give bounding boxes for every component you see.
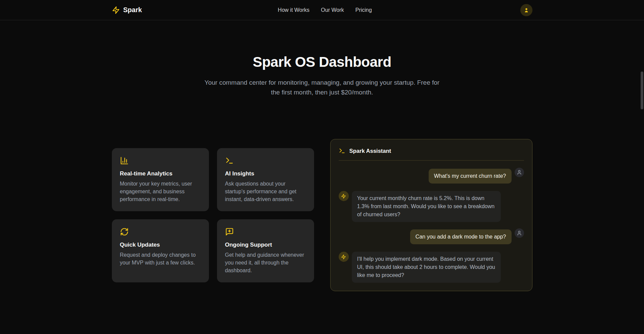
user-icon	[517, 170, 522, 175]
feature-description: Get help and guidance whenever you need …	[225, 251, 306, 274]
nav-link-how-it-works[interactable]: How it Works	[278, 7, 309, 13]
user-message-bubble: What's my current churn rate?	[429, 169, 512, 184]
feature-description: Monitor your key metrics, user engagemen…	[120, 180, 201, 203]
terminal-icon	[225, 156, 306, 165]
zap-icon	[341, 194, 346, 199]
page-scrollbar[interactable]	[641, 72, 643, 109]
user-avatar	[515, 168, 524, 177]
feature-description: Request and deploy changes to your MVP w…	[120, 251, 201, 267]
feature-card-ai-insights: AI Insights Ask questions about your sta…	[217, 148, 314, 211]
chat-message-assistant: I'll help you implement dark mode. Based…	[339, 252, 524, 283]
user-message-bubble: Can you add a dark mode to the app?	[410, 229, 512, 244]
brand-name: Spark	[123, 6, 142, 14]
chat-title: Spark Assistant	[349, 148, 391, 154]
main-nav: How it Works Our Work Pricing	[278, 7, 372, 13]
feature-title: Quick Updates	[120, 242, 201, 248]
refresh-icon	[120, 227, 201, 236]
feature-card-quick-updates: Quick Updates Request and deploy changes…	[112, 219, 209, 282]
feature-title: Ongoing Support	[225, 242, 306, 248]
terminal-icon	[339, 147, 345, 154]
assistant-avatar	[339, 191, 349, 201]
feature-title: Real-time Analytics	[120, 170, 201, 177]
feature-card-ongoing-support: Ongoing Support Get help and guidance wh…	[217, 219, 314, 282]
main-content: Real-time Analytics Monitor your key met…	[112, 139, 532, 291]
brand-logo[interactable]: Spark	[112, 6, 142, 14]
assistant-message-bubble: I'll help you implement dark mode. Based…	[352, 252, 501, 283]
page-subtitle: Your command center for monitoring, mana…	[204, 78, 440, 97]
zap-icon	[341, 254, 346, 259]
assistant-avatar	[339, 252, 349, 262]
account-avatar-button[interactable]	[520, 4, 532, 16]
chart-column-icon	[120, 156, 201, 165]
user-icon	[523, 7, 529, 13]
nav-link-our-work[interactable]: Our Work	[321, 7, 344, 13]
chat-message-list: What's my current churn rate? Your curre…	[339, 161, 524, 283]
chat-message-assistant: Your current monthly churn rate is 5.2%.…	[339, 191, 524, 222]
chat-header: Spark Assistant	[339, 147, 524, 161]
top-navbar: Spark How it Works Our Work Pricing	[0, 0, 644, 20]
user-icon	[517, 230, 522, 236]
chat-message-user: Can you add a dark mode to the app?	[339, 229, 524, 244]
feature-card-realtime-analytics: Real-time Analytics Monitor your key met…	[112, 148, 209, 211]
feature-description: Ask questions about your startup's perfo…	[225, 180, 306, 203]
navbar-inner: Spark How it Works Our Work Pricing	[112, 0, 532, 20]
features-grid: Real-time Analytics Monitor your key met…	[112, 148, 314, 282]
feature-title: AI Insights	[225, 170, 306, 177]
page-title: Spark OS Dashboard	[0, 54, 644, 70]
nav-link-pricing[interactable]: Pricing	[355, 7, 372, 13]
assistant-message-bubble: Your current monthly churn rate is 5.2%.…	[352, 191, 501, 222]
zap-icon	[112, 6, 120, 14]
user-avatar	[515, 228, 524, 238]
chat-message-user: What's my current churn rate?	[339, 169, 524, 184]
spark-assistant-panel: Spark Assistant What's my current churn …	[330, 139, 532, 291]
message-square-plus-icon	[225, 227, 306, 236]
hero-section: Spark OS Dashboard Your command center f…	[0, 20, 644, 97]
